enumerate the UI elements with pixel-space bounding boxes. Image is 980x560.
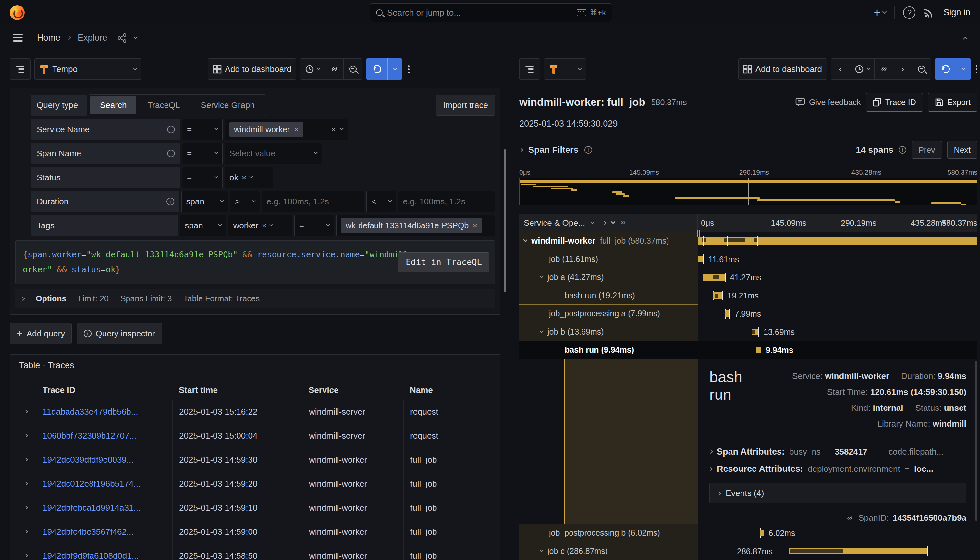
minimap-canvas[interactable]: [519, 178, 977, 205]
tags-scope-select[interactable]: span: [180, 215, 226, 236]
menu-icon[interactable]: [13, 34, 23, 42]
tags-value-chip[interactable]: wk-default-133114d6a91e-PSPQb×: [341, 218, 482, 233]
clear-icon[interactable]: ×: [331, 125, 336, 135]
prev-span-button[interactable]: Prev: [912, 141, 942, 159]
shift-time-forward-button[interactable]: ›: [893, 59, 912, 80]
pane-kebab-menu[interactable]: [976, 65, 977, 73]
news-rss-icon[interactable]: [924, 8, 935, 18]
expand-row-icon[interactable]: [24, 530, 28, 533]
span-row[interactable]: job a (41.27ms) 41.27ms: [519, 268, 977, 287]
status-value-select[interactable]: ok×: [225, 167, 273, 188]
expand-row-icon[interactable]: [24, 410, 28, 413]
span-bar[interactable]: [713, 292, 722, 299]
trace-id-link[interactable]: 1942dc039dfdf9e0039...: [43, 455, 133, 465]
trace-id-link[interactable]: 1942dc012e8f196b5174...: [43, 479, 140, 488]
collapse-panel-icon[interactable]: [963, 36, 968, 41]
sign-in-button[interactable]: Sign in: [943, 7, 970, 18]
trace-id-link[interactable]: 11dabada33e479db56b...: [43, 407, 138, 417]
span-bar[interactable]: [756, 347, 761, 353]
detail-scrollbar[interactable]: [975, 361, 977, 521]
expand-icon[interactable]: [709, 450, 713, 454]
query-inspector-button[interactable]: iQuery inspector: [77, 323, 162, 344]
duration-max-input[interactable]: e.g. 100ms, 1.2s: [398, 191, 495, 212]
expand-icon[interactable]: [709, 467, 713, 471]
give-feedback-button[interactable]: Give feedback: [795, 98, 861, 107]
next-span-button[interactable]: Next: [947, 141, 977, 159]
share-icon[interactable]: [117, 33, 127, 43]
collapse-all-icon[interactable]: [612, 222, 615, 223]
expand-all-icon[interactable]: »: [620, 217, 626, 227]
service-name-chip[interactable]: windmill-worker×: [230, 122, 303, 137]
events-section[interactable]: Events (4): [709, 483, 967, 503]
col-name[interactable]: Name: [403, 385, 495, 395]
service-operation-column-header[interactable]: Service & Ope...: [524, 218, 585, 228]
add-to-dashboard-button[interactable]: Add to dashboard: [738, 58, 827, 80]
duration-lt-operator-select[interactable]: <: [367, 191, 396, 212]
tab-service-graph[interactable]: Service Graph: [191, 96, 265, 114]
resource-attributes-row[interactable]: Resource Attributes: deployment.environm…: [709, 464, 967, 474]
span-bar[interactable]: [698, 237, 977, 245]
span-row-root[interactable]: windmill-worker full_job (580.37ms): [519, 232, 977, 250]
breadcrumb-home[interactable]: Home: [37, 33, 60, 43]
span-row[interactable]: job (11.61ms) 11.61ms: [519, 250, 977, 268]
clear-icon[interactable]: ×: [262, 221, 267, 231]
duration-scope-select[interactable]: span: [182, 191, 228, 212]
options-expand-icon[interactable]: [20, 297, 25, 301]
breadcrumb-actions-chevron-icon[interactable]: [133, 35, 138, 39]
collapse-span-icon[interactable]: [539, 274, 543, 278]
tab-search[interactable]: Search: [90, 96, 136, 114]
collapse-one-icon[interactable]: [602, 221, 607, 225]
tags-value-select[interactable]: wk-default-133114d6a91e-PSPQb×: [336, 215, 495, 236]
shift-time-back-button[interactable]: ‹: [831, 59, 850, 80]
edit-in-traceql-button[interactable]: Edit in TraceQL: [398, 252, 489, 272]
span-attributes-row[interactable]: Span Attributes: busy_ns = 3582417 code.…: [709, 447, 967, 457]
collapse-span-icon[interactable]: [523, 238, 527, 242]
add-to-dashboard-button[interactable]: Add to dashboard: [208, 58, 296, 80]
add-query-button[interactable]: +Add query: [10, 323, 72, 344]
pane-kebab-menu[interactable]: [408, 65, 410, 73]
span-bar[interactable]: [760, 530, 763, 536]
span-filters-title[interactable]: Span Filters: [528, 145, 578, 155]
link-split-button[interactable]: [874, 59, 893, 80]
search-input[interactable]: Search or jump to... ⌘+k: [370, 3, 612, 22]
clear-icon[interactable]: ×: [242, 173, 246, 183]
span-bar[interactable]: [725, 310, 729, 317]
collapse-span-icon[interactable]: [539, 548, 543, 552]
tab-traceql[interactable]: TraceQL: [138, 96, 190, 114]
column-resize-handle[interactable]: [697, 230, 700, 237]
collapse-span-icon[interactable]: [539, 329, 543, 333]
tags-operator-select[interactable]: =: [294, 215, 335, 236]
span-bar[interactable]: [703, 274, 725, 281]
span-bar[interactable]: [752, 329, 758, 335]
time-picker-button[interactable]: [850, 59, 874, 80]
run-query-button[interactable]: [935, 58, 971, 80]
expand-row-icon[interactable]: [24, 507, 28, 509]
duration-gt-operator-select[interactable]: >: [230, 191, 260, 212]
grafana-logo-icon[interactable]: [10, 5, 25, 20]
duration-min-input[interactable]: e.g. 100ms, 1.2s: [262, 191, 364, 212]
span-row[interactable]: job_postprocessing a (7.99ms) 7.99ms: [519, 305, 977, 323]
service-name-operator-select[interactable]: =: [182, 119, 223, 140]
add-new-button[interactable]: +: [873, 6, 886, 20]
span-bar[interactable]: [789, 548, 927, 555]
query-options-row[interactable]: Options Limit: 20 Spans Limit: 3 Table F…: [15, 289, 495, 308]
expand-row-icon[interactable]: [24, 458, 28, 462]
trace-id-link[interactable]: 1942dbf9d9fa6108d0d1...: [43, 551, 138, 560]
span-name-operator-select[interactable]: =: [182, 143, 223, 164]
span-bar[interactable]: [698, 256, 703, 262]
export-button[interactable]: Export: [928, 93, 977, 112]
import-trace-button[interactable]: Import trace: [436, 95, 495, 115]
span-filters-expand-icon[interactable]: [518, 148, 523, 152]
left-pane-scrollbar[interactable]: [503, 149, 506, 292]
datasource-picker[interactable]: Tempo: [34, 58, 142, 80]
column-sort-chevron-icon[interactable]: [590, 220, 595, 224]
link-icon[interactable]: [845, 513, 854, 523]
span-name-value-select[interactable]: Select value: [225, 143, 322, 164]
tags-key-select[interactable]: worker×: [228, 215, 292, 236]
trace-id-button[interactable]: Trace ID: [866, 93, 923, 112]
help-icon[interactable]: ?: [903, 7, 915, 19]
trace-id-link[interactable]: 1060bbf732309b12707...: [43, 431, 136, 441]
span-row[interactable]: job_postprocessing b (6.02ms) 6.02ms: [519, 524, 977, 542]
query-outline-button[interactable]: [519, 58, 540, 80]
zoom-out-button[interactable]: [343, 59, 362, 80]
